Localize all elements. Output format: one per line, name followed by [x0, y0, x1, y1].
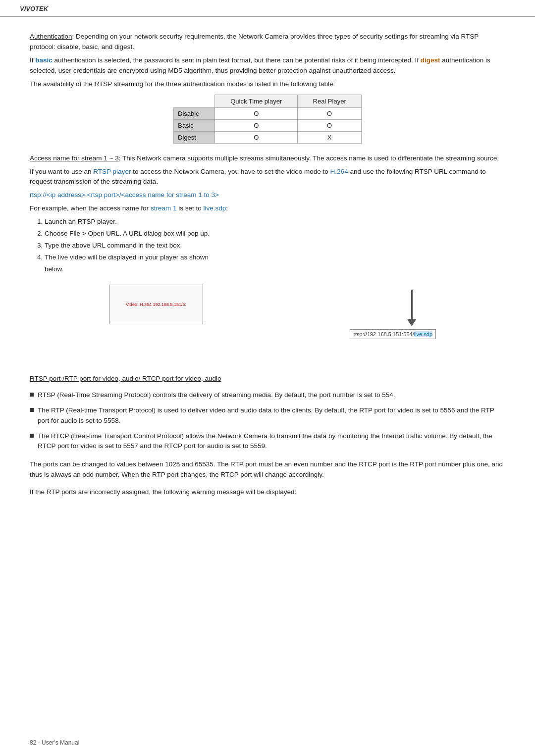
- table-row-label: Disable: [174, 107, 215, 119]
- bullet-icon: [30, 393, 34, 397]
- table-row: DigestOX: [174, 131, 362, 143]
- digest-keyword: digest: [421, 56, 440, 64]
- rtsp-port-section: RTSP port /RTP port for video, audio/ RT…: [30, 374, 505, 498]
- auth-basic-line: If basic authentication is selected, the…: [30, 55, 505, 76]
- bullet-item: The RTP (Real-time Transport Protocol) i…: [30, 405, 505, 426]
- bullet-item: The RTCP (Real-time Transport Control Pr…: [30, 431, 505, 452]
- arrow-down: [407, 290, 416, 326]
- url-command: rtsp://<ip address>:<rtsp port>/<access …: [30, 190, 505, 201]
- below-text: below.: [45, 264, 505, 275]
- step-item: The live video will be displayed in your…: [45, 252, 505, 263]
- numbered-steps: Launch an RTSP player.Choose File > Open…: [35, 217, 505, 275]
- stream-section: Access name for stream 1 ~ 3: This Netwo…: [30, 153, 505, 359]
- bullet-text: The RTCP (Real-time Transport Control Pr…: [38, 431, 505, 452]
- page-header: VIVOTEK: [0, 0, 535, 17]
- stream-title: Access name for stream 1 ~ 3: [30, 154, 119, 162]
- table-cell-realplayer: X: [298, 131, 362, 143]
- url-label-box: rtsp://192.168.5.151:554/live.sdp: [350, 329, 436, 339]
- url-label-highlight: live.sdp: [414, 331, 432, 337]
- step-item: Choose File > Open URL. A URL dialog box…: [45, 229, 505, 239]
- screenshot-inner-text: Video: H.264 192.168.5.151/5:: [126, 302, 186, 307]
- table-cell-realplayer: O: [298, 107, 362, 119]
- bullet-text: The RTP (Real-time Transport Protocol) i…: [38, 405, 505, 426]
- footer: 82 - User's Manual: [30, 739, 79, 746]
- stream-rtsp-line: If you want to use an RTSP player to acc…: [30, 167, 505, 188]
- auth-table: Quick Time player Real Player DisableOOB…: [173, 95, 362, 144]
- rtsp-player-link: RTSP player: [93, 168, 131, 175]
- rtsp-para2: If the RTP ports are incorrectly assigne…: [30, 487, 505, 498]
- table-header-realplayer: Real Player: [298, 95, 362, 107]
- table-row: BasicOO: [174, 119, 362, 131]
- auth-title: Authentication: [30, 33, 72, 40]
- page-number: 82 - User's Manual: [30, 739, 79, 746]
- livesdp-link: live.sdp: [203, 204, 226, 212]
- bullet-icon: [30, 408, 34, 412]
- stream1-link: stream 1: [151, 204, 177, 212]
- table-header-quicktime: Quick Time player: [215, 95, 298, 107]
- bullet-icon: [30, 434, 34, 438]
- rtsp-port-title: RTSP port /RTP port for video, audio/ RT…: [30, 374, 505, 384]
- table-cell-quicktime: O: [215, 107, 298, 119]
- table-row-label: Digest: [174, 131, 215, 143]
- step-item: Type the above URL command in the text b…: [45, 241, 505, 251]
- table-cell-quicktime: O: [215, 131, 298, 143]
- bullet-item: RTSP (Real-Time Streaming Protocol) cont…: [30, 390, 505, 401]
- stream-title-line: Access name for stream 1 ~ 3: This Netwo…: [30, 153, 505, 164]
- auth-section: AuthenticationAuthentication: Depending …: [30, 32, 505, 144]
- rtsp-title-text: RTSP port /RTP port for video, audio/ RT…: [30, 375, 221, 382]
- arrow-line: [411, 290, 413, 319]
- main-content: AuthenticationAuthentication: Depending …: [0, 17, 535, 515]
- step-item: Launch an RTSP player.: [45, 217, 505, 227]
- bullet-text: RTSP (Real-Time Streaming Protocol) cont…: [38, 390, 505, 401]
- bullets-container: RTSP (Real-Time Streaming Protocol) cont…: [30, 390, 505, 452]
- basic-keyword: basic: [35, 56, 53, 64]
- table-row-label: Basic: [174, 119, 215, 131]
- arrow-head: [407, 319, 416, 326]
- table-header-empty: [174, 95, 215, 107]
- auth-table-note: The availability of the RTSP streaming f…: [30, 79, 505, 90]
- table-cell-realplayer: O: [298, 119, 362, 131]
- h264-link: H.264: [330, 168, 348, 175]
- url-label-text: rtsp://192.168.5.151:554/: [353, 331, 414, 337]
- brand-label: VIVOTEK: [20, 5, 48, 12]
- screenshot-area: Video: H.264 192.168.5.151/5: rtsp://192…: [30, 280, 505, 359]
- example-line: For example, when the access name for st…: [30, 203, 505, 214]
- table-row: DisableOO: [174, 107, 362, 119]
- table-cell-quicktime: O: [215, 119, 298, 131]
- screenshot-box: Video: H.264 192.168.5.151/5:: [109, 285, 203, 324]
- rtsp-para1: The ports can be changed to values betwe…: [30, 459, 505, 480]
- auth-intro: AuthenticationAuthentication: Depending …: [30, 32, 505, 52]
